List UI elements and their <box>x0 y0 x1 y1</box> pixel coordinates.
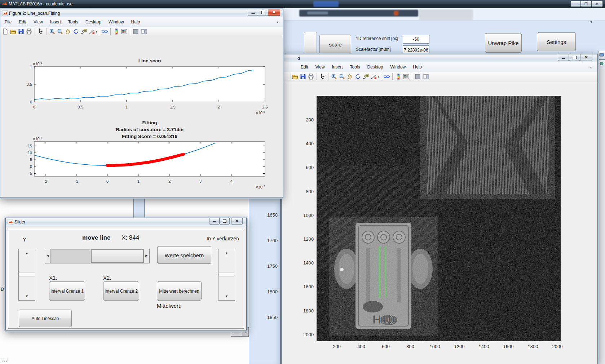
menu-edit[interactable]: Edit <box>15 17 30 27</box>
link-plots-icon[interactable] <box>383 73 390 80</box>
brush-dropdown-icon[interactable]: ▾ <box>378 75 379 79</box>
menu-overflow-chevron-icon[interactable]: ⌄ <box>276 19 279 23</box>
y-slider-right[interactable]: ▲ ▼ <box>218 249 235 301</box>
menu-tools[interactable]: Tools <box>65 17 82 27</box>
menu-file[interactable]: File <box>1 17 15 27</box>
slider-left-arrow-icon[interactable]: ◀ <box>45 249 51 263</box>
interval-grenze-1-button[interactable]: Interval Grenze 1 <box>49 281 85 301</box>
brush-icon[interactable] <box>88 28 96 35</box>
brush-dropdown-icon[interactable]: ▾ <box>96 30 97 34</box>
slider-restore-button[interactable] <box>220 218 230 225</box>
slider-thumb[interactable] <box>19 272 35 276</box>
phase-image[interactable]: H10 <box>317 96 561 341</box>
matlab-main-titlebar: MATLAB R2016b - academic use — ❒ ✕ <box>0 0 605 8</box>
insert-colorbar-icon[interactable] <box>113 28 120 35</box>
slider-titlebar[interactable]: Slider ✕ <box>6 218 246 226</box>
ref-shift-input[interactable]: -50 <box>403 35 429 44</box>
slider-minimize-button[interactable] <box>209 218 220 225</box>
werte-speichern-button[interactable]: Werte speichern <box>157 246 211 264</box>
slider-up-arrow-icon[interactable]: ▲ <box>218 251 235 255</box>
open-file-icon[interactable] <box>292 73 299 80</box>
zoom-out-icon[interactable] <box>339 73 346 80</box>
slider-down-arrow-icon[interactable]: ▼ <box>218 294 235 298</box>
menu-edit[interactable]: Edit <box>297 62 312 72</box>
new-document-icon[interactable] <box>2 28 9 35</box>
menu-window[interactable]: Window <box>387 62 410 72</box>
move-line-slider[interactable]: ◀ ▶ <box>45 249 150 263</box>
menu-desktop[interactable]: Desktop <box>364 62 387 72</box>
save-icon[interactable] <box>300 73 307 80</box>
toolbar-separator <box>110 28 111 35</box>
main-restore-button[interactable]: ❒ <box>581 1 591 7</box>
main-close-button[interactable]: ✕ <box>591 1 603 7</box>
interval-grenze-2-button[interactable]: Interval Grenze 2 <box>103 281 139 301</box>
show-plot-tools-icon[interactable] <box>422 73 429 80</box>
ribbon-chevron-icon[interactable]: ▾ <box>588 20 595 26</box>
link-plots-icon[interactable] <box>101 28 109 35</box>
menu-insert[interactable]: Insert <box>328 62 346 72</box>
slider-close-button[interactable]: ✕ <box>231 218 243 225</box>
menu-desktop[interactable]: Desktop <box>82 17 105 27</box>
hide-plot-tools-icon[interactable] <box>132 28 140 35</box>
insert-colorbar-icon[interactable] <box>395 73 402 80</box>
zoom-in-icon[interactable] <box>49 28 56 35</box>
figure-right-restore-button[interactable] <box>569 54 580 61</box>
side-dock-button-1[interactable] <box>598 51 605 59</box>
figure-right-titlebar[interactable]: d ✕ <box>281 54 597 63</box>
insert-legend-icon[interactable] <box>121 28 128 35</box>
side-dock-button-2[interactable] <box>598 59 605 68</box>
screen: D scale 1D reference shift [px]: -50 Sca… <box>0 0 605 364</box>
scale-button[interactable]: scale <box>319 35 351 54</box>
figure-right-close-button[interactable]: ✕ <box>580 54 592 61</box>
partial-button-fragment[interactable] <box>304 32 317 54</box>
image-y-tick: 400 <box>295 141 314 146</box>
pan-hand-icon[interactable] <box>65 28 72 35</box>
pan-hand-icon[interactable] <box>346 73 354 80</box>
print-icon[interactable] <box>26 28 33 35</box>
menu-overflow-chevron-icon[interactable]: ⌄ <box>589 65 592 68</box>
save-icon[interactable] <box>18 28 25 35</box>
auto-linescan-button[interactable]: Auto Linescan <box>19 310 72 327</box>
cursor-icon[interactable] <box>37 28 44 35</box>
figure2-titlebar[interactable]: Figure 2: Line_scan,Fitting ✕ <box>0 9 283 18</box>
mittelwert-berechnen-button[interactable]: Mittelwert berechnen <box>157 281 202 301</box>
slider-right-arrow-icon[interactable]: ▶ <box>143 249 149 263</box>
toolbar-grip-icon[interactable] <box>1 359 9 363</box>
menu-help[interactable]: Help <box>128 17 144 27</box>
slider-up-arrow-icon[interactable]: ▲ <box>19 251 35 255</box>
slider-trough[interactable] <box>51 249 90 263</box>
menu-help[interactable]: Help <box>409 62 425 72</box>
show-plot-tools-icon[interactable] <box>140 28 147 35</box>
y-slider-left[interactable]: ▲ ▼ <box>18 249 35 301</box>
cursor-icon[interactable] <box>319 73 326 80</box>
brush-icon[interactable] <box>370 73 377 80</box>
menu-view[interactable]: View <box>30 17 47 27</box>
insert-legend-icon[interactable] <box>403 73 410 80</box>
figure-right-minimize-button[interactable] <box>558 54 569 61</box>
unwrap-pike-button[interactable]: Unwrap Pike <box>485 33 522 53</box>
figure2-minimize-button[interactable] <box>248 9 258 16</box>
data-cursor-icon[interactable] <box>362 73 370 80</box>
hide-plot-tools-icon[interactable] <box>414 73 421 80</box>
zoom-out-icon[interactable] <box>57 28 64 35</box>
settings-button[interactable]: Settings <box>537 32 576 51</box>
slider-down-arrow-icon[interactable]: ▼ <box>19 294 35 298</box>
menu-window[interactable]: Window <box>105 17 128 27</box>
open-file-icon[interactable] <box>10 28 17 35</box>
main-minimize-button[interactable]: — <box>570 1 581 7</box>
menu-insert[interactable]: Insert <box>47 17 65 27</box>
background-axis-tick: 1800 <box>267 289 278 294</box>
print-icon[interactable] <box>308 73 315 80</box>
menu-tools[interactable]: Tools <box>346 62 364 72</box>
rotate-3d-icon[interactable] <box>72 28 80 35</box>
figure2-restore-button[interactable] <box>258 9 268 16</box>
zoom-in-icon[interactable] <box>331 73 338 80</box>
rotate-3d-icon[interactable] <box>354 73 362 80</box>
slider-content-panel: Y move line X: 844 In Y verkürzen ▲ ▼ ▲ … <box>8 229 244 329</box>
data-cursor-icon[interactable] <box>80 28 88 35</box>
scalefactor-input[interactable]: 7.22892e-06 <box>403 45 429 55</box>
slider-thumb[interactable] <box>91 249 143 263</box>
menu-view[interactable]: View <box>312 62 328 72</box>
figure2-close-button[interactable]: ✕ <box>268 9 280 16</box>
slider-thumb[interactable] <box>219 272 234 276</box>
